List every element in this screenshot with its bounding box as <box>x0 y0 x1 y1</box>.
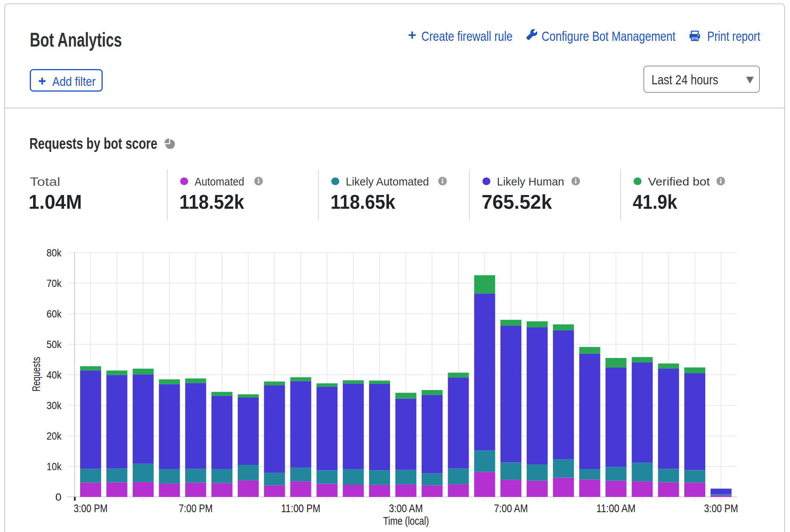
svg-text:Requests: Requests <box>30 357 42 392</box>
svg-text:20k: 20k <box>47 430 62 442</box>
svg-text:50k: 50k <box>47 339 62 350</box>
svg-text:3:00 PM: 3:00 PM <box>74 502 108 514</box>
svg-text:7:00 PM: 7:00 PM <box>179 502 213 514</box>
svg-text:70k: 70k <box>47 277 62 289</box>
svg-text:Time (local): Time (local) <box>383 514 429 527</box>
svg-text:40k: 40k <box>47 369 62 381</box>
svg-text:0: 0 <box>55 491 61 503</box>
svg-text:11:00 PM: 11:00 PM <box>281 502 321 514</box>
svg-text:3:00 AM: 3:00 AM <box>389 502 423 514</box>
svg-text:30k: 30k <box>47 400 62 411</box>
svg-text:11:00 AM: 11:00 AM <box>597 502 636 514</box>
svg-text:80k: 80k <box>47 247 62 259</box>
svg-text:3:00 PM: 3:00 PM <box>704 502 738 514</box>
svg-text:60k: 60k <box>47 308 62 320</box>
svg-text:10k: 10k <box>47 461 62 472</box>
svg-text:7:00 AM: 7:00 AM <box>494 502 528 514</box>
